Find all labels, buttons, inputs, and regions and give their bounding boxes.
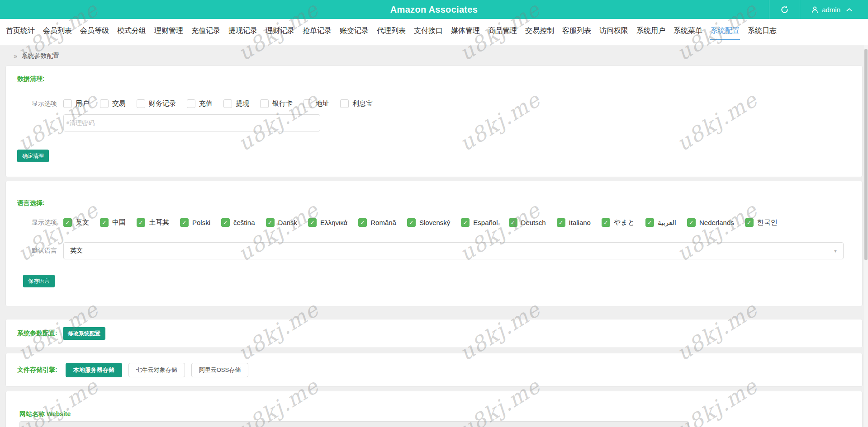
checkbox-icon[interactable]: [260, 99, 269, 108]
clean-option-checkbox[interactable]: 充值: [187, 99, 213, 108]
nav-item[interactable]: 系统配置: [707, 23, 744, 40]
checkbox-checked-icon[interactable]: [509, 218, 517, 227]
checkbox-checked-icon[interactable]: [266, 218, 275, 227]
nav-item[interactable]: 首页统计: [2, 23, 39, 40]
checkbox-label: Dansk: [278, 219, 298, 226]
language-title: 语言选择:: [17, 199, 851, 207]
language-option-checkbox[interactable]: Polski: [180, 218, 210, 227]
checkbox-label: 英文: [76, 218, 89, 227]
checkbox-icon[interactable]: [100, 99, 109, 108]
checkbox-checked-icon[interactable]: [461, 218, 470, 227]
storage-engine-button[interactable]: 本地服务器存储: [66, 363, 122, 377]
nav-item[interactable]: 模式分组: [113, 23, 150, 40]
nav-item[interactable]: 系统用户: [632, 23, 669, 40]
clean-option-checkbox[interactable]: 财务记录: [137, 99, 176, 108]
checkbox-icon[interactable]: [340, 99, 349, 108]
nav-item[interactable]: 充值记录: [187, 23, 224, 40]
language-option-checkbox[interactable]: Nederlands: [687, 218, 734, 227]
language-option-checkbox[interactable]: العربية: [645, 218, 676, 227]
nav-item[interactable]: 访问权限: [595, 23, 632, 40]
language-option-checkbox[interactable]: Dansk: [266, 218, 298, 227]
nav-item[interactable]: 会员列表: [39, 23, 76, 40]
language-option-checkbox[interactable]: 土耳其: [137, 218, 169, 227]
nav-item[interactable]: 商品管理: [484, 23, 521, 40]
checkbox-checked-icon[interactable]: [137, 218, 145, 227]
checkbox-label: Nederlands: [699, 219, 734, 226]
language-option-checkbox[interactable]: Italiano: [557, 218, 591, 227]
checkbox-checked-icon[interactable]: [557, 218, 565, 227]
language-option-checkbox[interactable]: Ελληνικά: [308, 218, 347, 227]
checkbox-checked-icon[interactable]: [687, 218, 696, 227]
checkbox-label: Italiano: [569, 219, 591, 226]
nav-item[interactable]: 系统菜单: [669, 23, 707, 40]
clean-option-checkbox[interactable]: 利息宝: [340, 99, 373, 108]
nav-item[interactable]: 支付接口: [410, 23, 447, 40]
clean-option-checkbox[interactable]: 银行卡: [260, 99, 293, 108]
nav-item[interactable]: 系统日志: [744, 23, 781, 40]
nav-item[interactable]: 会员等级: [76, 23, 113, 40]
user-menu[interactable]: admin: [800, 0, 868, 19]
nav-item[interactable]: 抢单记录: [299, 23, 336, 40]
app-header: Amazon Associates admin: [0, 0, 868, 19]
refresh-icon: [780, 5, 789, 14]
language-option-checkbox[interactable]: 英文: [63, 218, 89, 227]
checkbox-checked-icon[interactable]: [407, 218, 416, 227]
checkbox-label: 银行卡: [272, 99, 293, 108]
scrollbar-thumb[interactable]: [864, 49, 868, 260]
data-clean-title: 数据清理:: [17, 75, 851, 83]
default-language-select[interactable]: 英文 ▼: [63, 242, 844, 259]
checkbox-label: Română: [370, 219, 396, 226]
save-language-button[interactable]: 保存语言: [23, 275, 55, 287]
confirm-clean-button[interactable]: 确定清理: [17, 150, 49, 162]
checkbox-checked-icon[interactable]: [645, 218, 654, 227]
checkbox-label: 土耳其: [149, 218, 169, 227]
checkbox-label: 中国: [112, 218, 126, 227]
checkbox-label: 用户: [76, 99, 89, 108]
checkbox-checked-icon[interactable]: [100, 218, 109, 227]
nav-item[interactable]: 客服列表: [558, 23, 595, 40]
language-option-checkbox[interactable]: Slovenský: [407, 218, 450, 227]
display-options-label: 显示选项: [17, 100, 57, 108]
language-option-checkbox[interactable]: Español: [461, 218, 498, 227]
language-option-checkbox[interactable]: 한국인: [745, 218, 778, 227]
checkbox-icon[interactable]: [187, 99, 195, 108]
nav-item[interactable]: 代理列表: [373, 23, 410, 40]
nav-item[interactable]: 提现记录: [224, 23, 261, 40]
nav-item[interactable]: 媒体管理: [447, 23, 484, 40]
clean-option-checkbox[interactable]: 交易: [100, 99, 126, 108]
language-option-checkbox[interactable]: Deutsch: [509, 218, 546, 227]
scrollbar[interactable]: [864, 45, 868, 427]
app-title: Amazon Associates: [0, 5, 868, 15]
clean-option-checkbox[interactable]: 地址: [304, 99, 329, 108]
nav-item[interactable]: 交易控制: [521, 23, 558, 40]
website-card: 网站名称 Website: [5, 391, 863, 427]
language-option-checkbox[interactable]: čeština: [221, 218, 255, 227]
checkbox-icon[interactable]: [304, 99, 312, 108]
checkbox-checked-icon[interactable]: [745, 218, 754, 227]
checkbox-checked-icon[interactable]: [602, 218, 610, 227]
clean-option-checkbox[interactable]: 提现: [223, 99, 249, 108]
storage-engine-button[interactable]: 阿里云OSS存储: [191, 363, 248, 377]
language-option-checkbox[interactable]: 中国: [100, 218, 126, 227]
refresh-button[interactable]: [769, 0, 800, 19]
checkbox-checked-icon[interactable]: [358, 218, 367, 227]
checkbox-label: العربية: [658, 219, 676, 227]
storage-engine-button[interactable]: 七牛云对象存储: [128, 363, 185, 377]
checkbox-checked-icon[interactable]: [221, 218, 230, 227]
clean-password-input[interactable]: [63, 114, 320, 131]
checkbox-checked-icon[interactable]: [180, 218, 189, 227]
checkbox-icon[interactable]: [63, 99, 72, 108]
website-name-input[interactable]: [19, 421, 689, 427]
nav-item[interactable]: 理财记录: [261, 23, 299, 40]
clean-option-checkbox[interactable]: 用户: [63, 99, 89, 108]
checkbox-checked-icon[interactable]: [308, 218, 317, 227]
checkbox-label: やまと: [614, 218, 635, 227]
checkbox-icon[interactable]: [137, 99, 145, 108]
nav-item[interactable]: 账变记录: [336, 23, 373, 40]
edit-system-config-button[interactable]: 修改系统配置: [63, 327, 105, 340]
language-option-checkbox[interactable]: やまと: [602, 218, 635, 227]
checkbox-icon[interactable]: [223, 99, 232, 108]
language-option-checkbox[interactable]: Română: [358, 218, 396, 227]
nav-item[interactable]: 理财管理: [150, 23, 187, 40]
checkbox-checked-icon[interactable]: [63, 218, 72, 227]
